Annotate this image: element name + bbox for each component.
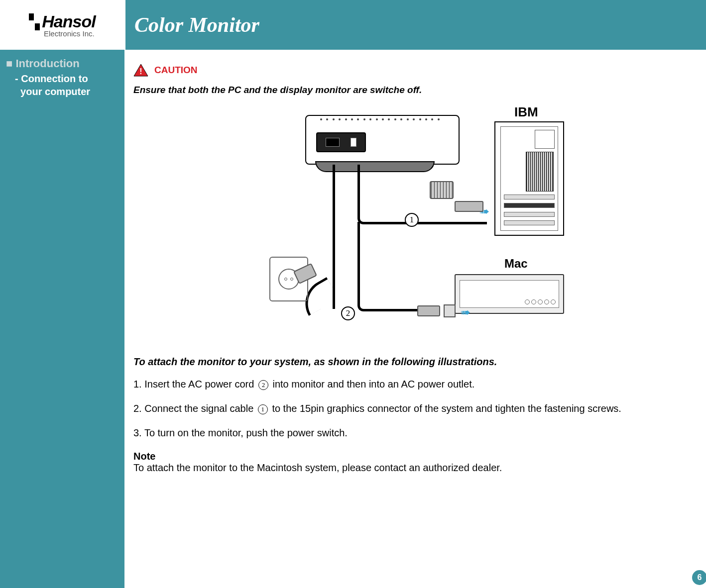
step-3-text: 3. To turn on the monitor, push the powe… (133, 427, 348, 438)
monitor-vents-icon (320, 118, 440, 126)
step-1: 1. Insert the AC power cord 2 into monit… (133, 378, 696, 391)
mac-label: Mac (504, 257, 528, 271)
header-bar: Color Monitor (124, 0, 706, 50)
pc-tower-icon (494, 121, 564, 236)
logo-mark-icon (29, 13, 40, 30)
mac-rear-icon (455, 274, 564, 314)
caution-row: ! CAUTION (133, 64, 696, 77)
connection-diagram: IBM ➠ 1 (265, 107, 564, 341)
page-number-badge: 6 (692, 570, 706, 585)
note-block: Note To attach the monitor to the Macint… (133, 451, 696, 474)
svg-text:!: ! (139, 67, 142, 76)
content-area: ! CAUTION Ensure that both the PC and th… (133, 64, 696, 474)
brand-logo: Hansol Electronics Inc. (29, 12, 95, 38)
ibm-label: IBM (514, 104, 538, 120)
step-2-suffix: to the 15pin graphics connector of the s… (269, 403, 621, 414)
signal-cable-2-icon (357, 222, 427, 311)
nav: Introduction - Connection to your comput… (6, 57, 90, 98)
vga-connector-2-icon (417, 305, 440, 316)
arrow-right-icon: ➠ (461, 305, 471, 319)
mac-adapter-icon (444, 304, 456, 317)
step-2: 2. Connect the signal cable 1 to the 15p… (133, 402, 696, 415)
instructions-heading: To attach the monitor to your system, as… (133, 356, 696, 368)
step-2-prefix: 2. Connect the signal cable (133, 403, 256, 414)
warning-triangle-icon: ! (133, 64, 148, 77)
sidebar: Hansol Electronics Inc. Introduction - C… (0, 0, 124, 588)
vertical-divider (124, 0, 125, 588)
step-3: 3. To turn on the monitor, push the powe… (133, 426, 696, 440)
signal-cable-icon (357, 165, 487, 224)
step-1-prefix: 1. Insert the AC power cord (133, 379, 257, 390)
caution-label: CAUTION (154, 65, 198, 76)
note-text: To attach the monitor to the Macintosh s… (133, 462, 696, 474)
marker-2: 2 (341, 306, 355, 320)
power-cord-icon (333, 165, 335, 309)
nav-section-introduction: Introduction (6, 57, 90, 70)
logo-box: Hansol Electronics Inc. (0, 0, 124, 50)
step-1-marker: 2 (258, 380, 268, 390)
step-1-suffix: into monitor and then into an AC power o… (270, 379, 474, 390)
logo-name: Hansol (42, 12, 95, 31)
note-label: Note (133, 451, 696, 462)
monitor-port-panel-icon (316, 132, 366, 152)
step-2-marker: 1 (258, 404, 268, 414)
caution-text: Ensure that both the PC and the display … (133, 85, 696, 96)
vga-connector-icon (455, 201, 483, 212)
ferrite-core-icon (430, 181, 454, 199)
nav-item-connection: - Connection to your computer (15, 72, 90, 98)
page-title: Color Monitor (134, 13, 259, 37)
logo-subtitle: Electronics Inc. (44, 29, 95, 38)
